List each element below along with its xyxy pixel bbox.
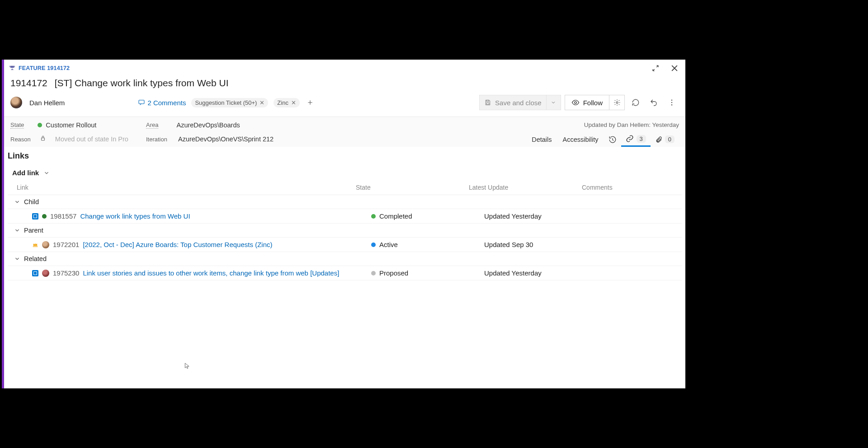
link-updated: Updated Yesterday — [484, 269, 597, 277]
add-link-label: Add link — [12, 169, 39, 177]
chevron-down-icon — [551, 100, 556, 105]
undo-button[interactable] — [646, 95, 661, 110]
link-row[interactable]: 1975230 Link user stories and issues to … — [8, 266, 682, 280]
work-item-id: 1914172 — [10, 78, 47, 89]
attachments-count-badge: 0 — [665, 135, 675, 143]
svg-point-4 — [616, 102, 618, 103]
assignee-name[interactable]: Dan Hellem — [29, 99, 65, 107]
close-button[interactable] — [668, 62, 681, 75]
story-icon — [32, 213, 38, 219]
history-icon — [609, 135, 617, 144]
meta-area: Updated by Dan Hellem: Yesterday State C… — [4, 117, 685, 147]
plus-icon — [307, 99, 314, 106]
tag-zinc[interactable]: Zinc ✕ — [274, 98, 300, 107]
tab-history[interactable] — [604, 133, 621, 146]
group-label: Parent — [24, 227, 43, 234]
col-updated[interactable]: Latest Update — [469, 184, 582, 191]
assignee-avatar[interactable] — [10, 97, 22, 108]
col-link[interactable]: Link — [17, 184, 356, 191]
svg-rect-8 — [41, 138, 44, 140]
save-label: Save and close — [495, 99, 542, 107]
link-updated: Updated Sep 30 — [484, 241, 597, 248]
svg-point-5 — [671, 100, 672, 101]
comments-count-label: 2 Comments — [147, 99, 186, 107]
group-label: Child — [24, 198, 39, 205]
refresh-icon — [632, 98, 640, 107]
group-related[interactable]: Related — [8, 252, 682, 266]
toolbar: Dan Hellem 2 Comments Suggestion Ticket … — [4, 93, 685, 117]
area-value[interactable]: AzureDevOps\Boards — [176, 121, 240, 129]
tab-links[interactable]: 3 — [621, 132, 651, 147]
save-icon — [484, 99, 491, 106]
reason-value[interactable]: Moved out of state In Pro — [55, 135, 128, 143]
svg-rect-1 — [486, 100, 489, 102]
state-dot-icon — [371, 243, 376, 247]
work-item-type-label: FEATURE 1914172 — [19, 65, 70, 71]
gear-icon — [613, 99, 621, 106]
links-heading: Links — [8, 151, 682, 161]
save-dropdown-button[interactable] — [547, 95, 561, 110]
chevron-down-icon — [43, 170, 50, 176]
tab-details[interactable]: Details — [526, 132, 557, 147]
chevron-down-icon — [14, 256, 20, 262]
state-dot-icon — [38, 123, 42, 127]
assignee-avatar-mini — [42, 241, 49, 248]
links-section: Links Add link Link State Latest Update … — [4, 147, 685, 285]
svg-point-7 — [671, 104, 672, 105]
tag-label: Suggestion Ticket (50+) — [195, 99, 257, 106]
tab-accessibility[interactable]: Accessibility — [557, 132, 604, 147]
updated-by-text: Updated by Dan Hellem: Yesterday — [584, 121, 679, 128]
work-item-title[interactable]: [ST] Change work link types from Web UI — [55, 78, 229, 89]
tab-strip: Details Accessibility 3 0 — [526, 132, 679, 147]
link-title[interactable]: Change work link types from Web UI — [80, 212, 190, 220]
link-state: Active — [379, 241, 398, 248]
title-row: 1914172 [ST] Change work link types from… — [4, 75, 685, 93]
link-id: 1972201 — [53, 241, 79, 248]
settings-button[interactable] — [609, 95, 625, 110]
area-label: Area — [146, 121, 158, 129]
follow-label: Follow — [583, 99, 603, 107]
comments-link[interactable]: 2 Comments — [138, 99, 186, 107]
svg-rect-0 — [139, 100, 144, 104]
group-parent[interactable]: Parent — [8, 224, 682, 238]
work-item-dialog: FEATURE 1914172 1914172 [ST] Change work… — [2, 60, 685, 388]
add-link-button[interactable]: Add link — [8, 166, 71, 181]
add-tag-button[interactable] — [305, 98, 315, 107]
chevron-down-icon — [14, 199, 20, 205]
tab-attachments[interactable]: 0 — [651, 133, 679, 146]
remove-tag-icon[interactable]: ✕ — [291, 99, 296, 106]
svg-point-3 — [574, 102, 576, 104]
expand-button[interactable] — [649, 62, 662, 75]
state-label: State — [10, 121, 24, 129]
link-row[interactable]: 1972201 [2022, Oct - Dec] Azure Boards: … — [8, 238, 682, 252]
links-table-header: Link State Latest Update Comments — [8, 181, 682, 195]
col-comments[interactable]: Comments — [582, 184, 677, 191]
group-child[interactable]: Child — [8, 195, 682, 209]
state-dot-icon — [371, 271, 376, 275]
remove-tag-icon[interactable]: ✕ — [259, 99, 264, 106]
refresh-button[interactable] — [628, 95, 643, 110]
tag-suggestion-ticket[interactable]: Suggestion Ticket (50+) ✕ — [191, 98, 268, 107]
chevron-down-icon — [14, 227, 20, 233]
more-button[interactable] — [665, 95, 679, 110]
comment-icon — [138, 99, 145, 106]
link-title[interactable]: Link user stories and issues to other wo… — [83, 269, 339, 277]
link-id: 1975230 — [53, 269, 79, 277]
crown-icon — [32, 242, 38, 248]
link-row[interactable]: 1981557 Change work link types from Web … — [8, 209, 682, 224]
eye-icon — [571, 98, 580, 107]
svg-point-6 — [671, 102, 672, 103]
iteration-value[interactable]: AzureDevOps\OneVS\Sprint 212 — [178, 135, 274, 143]
link-updated: Updated Yesterday — [484, 212, 597, 220]
follow-button[interactable]: Follow — [565, 95, 609, 110]
save-and-close-button[interactable]: Save and close — [479, 95, 547, 110]
col-state[interactable]: State — [356, 184, 469, 191]
state-dot-icon — [42, 214, 47, 219]
assignee-avatar-mini — [42, 270, 49, 277]
link-id: 1981557 — [50, 212, 76, 220]
link-title[interactable]: [2022, Oct - Dec] Azure Boards: Top Cust… — [83, 241, 272, 248]
attachment-icon — [655, 136, 662, 143]
state-dot-icon — [371, 214, 376, 219]
undo-icon — [650, 98, 658, 107]
state-value[interactable]: Customer Rollout — [38, 121, 96, 129]
